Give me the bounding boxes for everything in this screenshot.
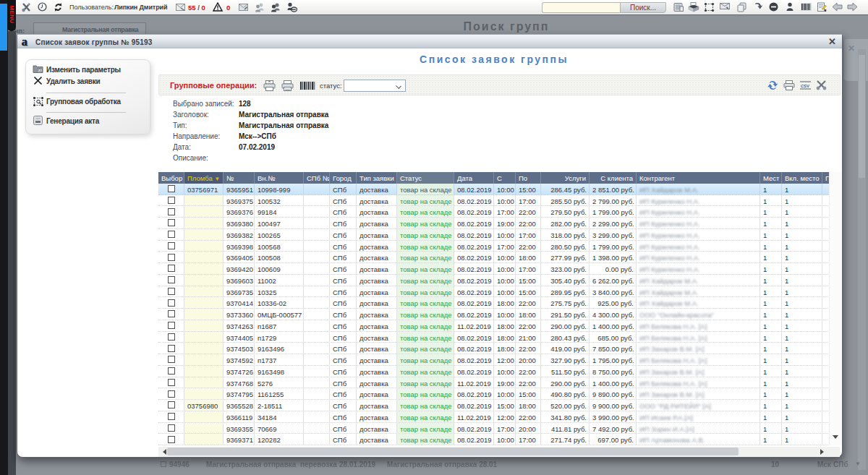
svg-text:csv: csv [801,82,809,89]
